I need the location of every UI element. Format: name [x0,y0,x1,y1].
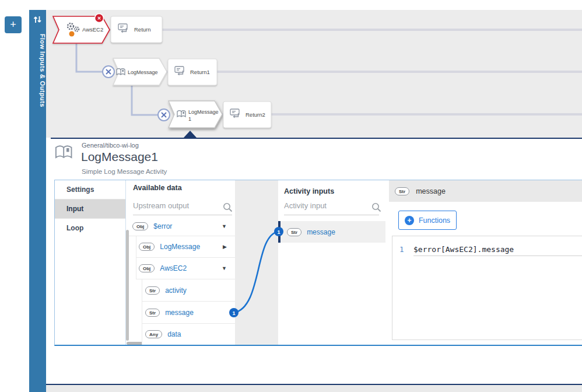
type-badge-str: Str [395,187,409,195]
type-badge-obj: Obj [139,243,155,251]
type-badge-obj: Obj [132,222,148,230]
type-badge-str: Str [145,286,160,295]
tree-row-message[interactable]: Str message [142,302,235,324]
svg-text:LogMessage: LogMessage [188,109,219,115]
functions-button[interactable]: + Functions [398,211,457,230]
swap-arrows-icon [32,14,43,25]
tree-vertical-scrollbar[interactable] [126,230,129,341]
editor-line[interactable]: 1 $error[AwsEC2].message [392,243,582,257]
search-icon[interactable] [223,202,233,212]
activity-category: General/tibco-wi-log [82,142,139,149]
available-data-title: Available data [133,184,182,192]
tree-row-error[interactable]: Obj $error ▼ [129,217,235,236]
tab-input[interactable]: Input [55,200,125,219]
tree-row-awsec2[interactable]: Obj AwsEC2 ▼ [136,258,235,279]
functions-label: Functions [419,216,450,225]
input-selected-bar [278,221,281,243]
node-return[interactable]: Return [111,16,162,43]
add-activity-button[interactable]: + [5,16,22,33]
mapping-gutter [235,180,278,345]
caret-down-icon[interactable]: ▼ [222,223,227,229]
flow-diagram: AwsEC2 ✕ Return LogMessage Return1 [46,10,582,138]
tab-loop[interactable]: Loop [55,219,125,238]
svg-text:Return2: Return2 [246,111,265,118]
type-badge-str: Str [287,228,301,236]
activity-inputs-search-input[interactable] [284,201,366,210]
svg-text:1: 1 [188,116,191,122]
caret-right-icon[interactable]: ▶ [223,244,227,250]
tree-label[interactable]: message [165,309,194,317]
type-badge-str: Str [145,309,160,317]
svg-text:✕: ✕ [97,16,101,21]
plus-icon: + [405,216,414,225]
node-logmessage1[interactable]: LogMessage 1 [158,101,222,128]
available-data-search-input[interactable] [133,201,220,210]
search-underline [284,215,379,215]
app-window: + Flow Inputs & Outputs [0,0,582,392]
panel-top-border [51,138,582,139]
tree-label[interactable]: AwsEC2 [160,264,187,272]
node-awsec2[interactable]: AwsEC2 ✕ [53,14,110,44]
svg-text:Return1: Return1 [190,69,210,75]
expression-header: Str message [389,180,582,202]
type-badge-obj: Obj [139,264,155,272]
node-logmessage[interactable]: LogMessage [103,58,167,85]
input-label[interactable]: message [307,228,335,236]
search-underline [133,215,232,215]
svg-text:Return: Return [134,26,151,33]
node-return1[interactable]: Return1 [168,59,217,85]
expression-field-name: message [416,187,446,195]
tree-label[interactable]: $error [153,222,172,230]
svg-text:AwsEC2: AwsEC2 [82,26,103,33]
caret-down-icon[interactable]: ▼ [222,265,227,271]
sidebar-label: Flow Inputs & Outputs [29,32,46,148]
tree-label[interactable]: LogMessage [160,243,200,251]
svg-text:LogMessage: LogMessage [128,69,158,75]
tree-row-activity[interactable]: Str activity [142,279,235,302]
error-badge: ✕ [95,14,104,23]
activity-subtitle: Simple Log Message Activity [82,168,167,175]
tree-label[interactable]: activity [165,286,187,295]
tree-label[interactable]: data [167,330,181,338]
log-icon [177,111,185,117]
activity-log-icon [55,145,73,160]
activity-title: LogMessage1 [81,150,158,164]
tree-row-data[interactable]: Any data [142,324,235,345]
search-icon[interactable] [371,202,381,212]
selected-node-pointer [184,131,197,138]
tree-row-logmessage[interactable]: Obj LogMessage ▶ [136,236,235,258]
error-handler-icon[interactable] [103,66,114,78]
error-handler-icon[interactable] [158,109,170,121]
activity-inputs-title: Activity inputs [284,187,334,195]
expression-editor[interactable]: 1 $error[AwsEC2].message [392,236,582,340]
expression-code[interactable]: $error[AwsEC2].message [413,243,582,256]
input-row-message[interactable]: Str message [278,221,385,243]
log-icon [117,69,125,75]
tab-settings[interactable]: Settings [55,180,125,200]
line-number: 1 [399,245,404,254]
type-badge-any: Any [145,330,162,338]
footer-strip [46,385,582,392]
node-return2[interactable]: Return2 [223,102,271,128]
